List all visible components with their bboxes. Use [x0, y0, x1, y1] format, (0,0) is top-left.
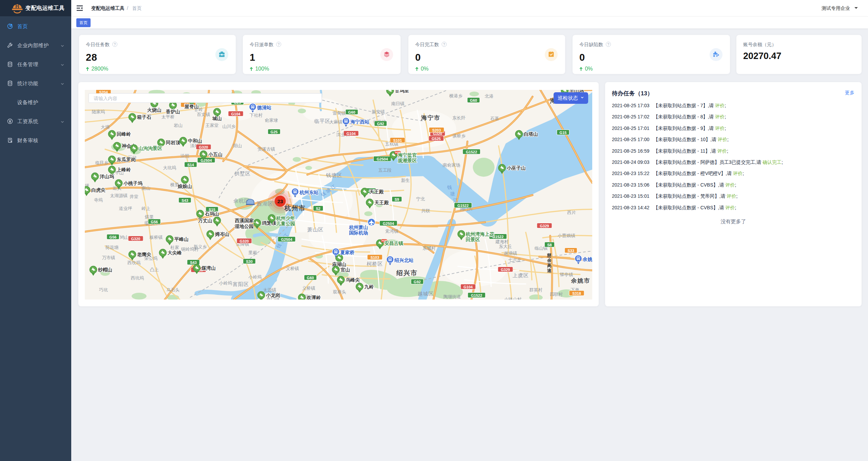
svg-text:G104: G104	[231, 112, 241, 116]
svg-text:义桥镇: 义桥镇	[302, 286, 315, 291]
svg-text:G15: G15	[560, 131, 567, 135]
svg-text:小岭坞: 小岭坞	[219, 281, 232, 286]
svg-text:临目乡: 临目乡	[95, 160, 109, 165]
svg-text:岭上: 岭上	[141, 206, 150, 211]
svg-text:G92: G92	[377, 122, 384, 126]
svg-text:G1522: G1522	[466, 150, 477, 154]
svg-text:五工段: 五工段	[379, 168, 392, 173]
svg-text:箱子石: 箱子石	[137, 114, 151, 120]
svg-text:凸上: 凸上	[150, 267, 159, 272]
svg-text:大麻镇: 大麻镇	[329, 119, 343, 124]
svg-text:东城村: 东城村	[423, 246, 436, 251]
svg-text:四联村: 四联村	[550, 292, 563, 297]
svg-text:上虞区: 上虞区	[513, 272, 529, 278]
svg-text:西片: 西片	[567, 210, 576, 215]
svg-text:城山: 城山	[212, 116, 222, 121]
svg-text:S8: S8	[547, 243, 552, 247]
svg-text:乌峰尖: 乌峰尖	[345, 277, 360, 283]
svg-text:观潮景区: 观潮景区	[398, 158, 417, 163]
svg-text:G60: G60	[470, 98, 477, 102]
svg-text:安溪古镇: 安溪古镇	[257, 147, 275, 152]
svg-text:余: 余	[547, 258, 552, 263]
svg-text:岩山: 岩山	[174, 123, 182, 128]
svg-text:田景区: 田景区	[466, 237, 480, 242]
svg-text:德清站: 德清站	[257, 105, 271, 110]
svg-text:S30: S30	[246, 260, 253, 264]
svg-text:石基: 石基	[490, 116, 499, 121]
svg-text:庙湖山: 庙湖山	[332, 262, 346, 267]
svg-text:陶堰街道: 陶堰街道	[443, 294, 461, 299]
svg-text:欢潭岭: 欢潭岭	[306, 295, 321, 300]
svg-text:S9: S9	[394, 197, 399, 201]
svg-text:万市镇: 万市镇	[102, 255, 115, 260]
svg-text:白塔山: 白塔山	[524, 131, 538, 137]
svg-text:23: 23	[277, 198, 283, 204]
svg-text:驿亭镇: 驿亭镇	[560, 272, 573, 277]
svg-text:平峰山: 平峰山	[174, 236, 189, 242]
svg-text:小辂山村: 小辂山村	[504, 297, 522, 300]
svg-text:横港乡: 横港乡	[449, 93, 463, 98]
svg-text:高: 高	[547, 263, 552, 268]
svg-text:谈桥乡: 谈桥乡	[452, 133, 466, 138]
svg-text:道业坪: 道业坪	[119, 206, 132, 211]
svg-text:东大丘: 东大丘	[499, 244, 512, 249]
svg-text:小龙岗: 小龙岗	[266, 292, 280, 298]
svg-text:S33: S33	[567, 249, 574, 253]
svg-text:拱墅区: 拱墅区	[234, 171, 251, 176]
svg-text:G60: G60	[307, 276, 314, 280]
svg-text:纱帽山: 纱帽山	[98, 267, 112, 272]
svg-text:香炉山: 香炉山	[166, 109, 180, 114]
svg-text:杭州少年: 杭州少年	[276, 215, 295, 221]
svg-text:柯桥区: 柯桥区	[367, 261, 383, 267]
svg-text:绍兴北站: 绍兴北站	[394, 257, 413, 263]
svg-text:杭州东站: 杭州东站	[299, 190, 319, 195]
svg-text:北港: 北港	[485, 94, 494, 99]
svg-text:官山: 官山	[341, 267, 350, 272]
svg-text:下社村: 下社村	[250, 113, 263, 118]
svg-text:南山: 南山	[141, 186, 150, 191]
svg-text:绍兴市: 绍兴市	[396, 269, 418, 276]
svg-text:小桃子坞: 小桃子坞	[123, 180, 142, 186]
svg-text:海宁西站: 海宁西站	[350, 119, 369, 124]
svg-text:山沟沟景区: 山沟沟景区	[138, 146, 162, 151]
svg-text:海宁盐官: 海宁盐官	[398, 152, 417, 158]
svg-text:义桥镇: 义桥镇	[286, 266, 299, 271]
svg-text:小岭坞: 小岭坞	[248, 274, 262, 280]
svg-text:雷甸镇: 雷甸镇	[333, 111, 346, 116]
svg-text:S43: S43	[190, 261, 197, 265]
svg-text:太平桥: 太平桥	[161, 114, 175, 119]
svg-text:南俞家场: 南俞家场	[443, 162, 460, 168]
svg-text:宁北: 宁北	[416, 196, 425, 201]
svg-text:巧坑: 巧坑	[99, 287, 108, 292]
svg-text:钱塘区: 钱塘区	[326, 172, 342, 178]
svg-text:山川乡: 山川乡	[223, 124, 236, 129]
svg-text:陆家坞: 陆家坞	[92, 109, 105, 114]
svg-text:S43: S43	[181, 198, 188, 203]
svg-text:大尖峰: 大尖峰	[168, 250, 182, 255]
svg-text:G2504: G2504	[281, 237, 292, 242]
svg-text:洋山坞: 洋山坞	[99, 174, 114, 179]
svg-text:富阳区: 富阳区	[233, 281, 249, 287]
svg-text:杭州萧山: 杭州萧山	[349, 225, 368, 230]
svg-text:速: 速	[547, 268, 552, 273]
svg-text:海宁市: 海宁市	[421, 114, 441, 121]
svg-text:S101: S101	[393, 138, 402, 142]
svg-text:东长阡: 东长阡	[452, 115, 466, 120]
svg-text:余姚市: 余姚市	[571, 277, 591, 284]
svg-text:石坞山: 石坞山	[205, 211, 219, 216]
svg-text:太湖源镇: 太湖源镇	[110, 193, 128, 198]
svg-text:上峰岭: 上峰岭	[116, 167, 131, 172]
svg-text:板桥镇: 板桥镇	[150, 235, 163, 240]
svg-text:乌石头: 乌石头	[167, 287, 180, 292]
svg-text:铜岭坞村: 铜岭坞村	[181, 247, 199, 252]
svg-text:阳山: 阳山	[233, 143, 242, 148]
svg-text:万丈山: 万丈山	[198, 218, 212, 223]
svg-text:沿照: 沿照	[180, 153, 189, 158]
svg-text:G2504: G2504	[383, 222, 394, 226]
svg-text:西湖区: 西湖区	[257, 201, 273, 207]
svg-text:大坑坞: 大坑坞	[163, 165, 176, 170]
svg-text:九岭: 九岭	[364, 284, 374, 289]
svg-text:里戴: 里戴	[248, 250, 257, 255]
svg-text:南日镇: 南日镇	[391, 101, 405, 106]
svg-text:杜家: 杜家	[170, 245, 179, 250]
